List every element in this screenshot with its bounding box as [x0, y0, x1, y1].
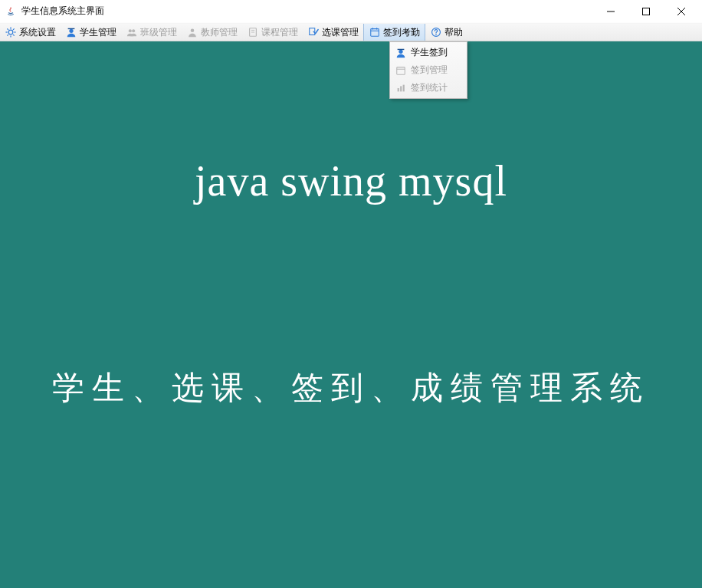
- gear-icon: [5, 26, 17, 38]
- svg-rect-1: [643, 8, 650, 15]
- svg-point-16: [132, 29, 135, 32]
- svg-point-15: [129, 29, 132, 32]
- window-titlebar: 学生信息系统主界面: [0, 0, 702, 23]
- student-icon: [395, 47, 407, 59]
- svg-rect-14: [68, 28, 75, 29]
- menu-system-settings[interactable]: 系统设置: [0, 24, 61, 41]
- chart-icon: [395, 82, 407, 94]
- java-app-icon: [5, 5, 17, 18]
- svg-point-27: [435, 34, 437, 35]
- dropdown-label: 学生签到: [411, 46, 448, 59]
- menu-student-manage[interactable]: 学生管理: [61, 24, 121, 41]
- teacher-icon: [186, 26, 198, 38]
- menu-label: 签到考勤: [383, 26, 420, 39]
- select-icon: [307, 26, 320, 38]
- svg-point-17: [191, 29, 195, 33]
- svg-line-9: [7, 28, 8, 30]
- people-icon: [126, 26, 138, 38]
- attendance-dropdown: 学生签到 签到管理 签到统计: [389, 41, 467, 99]
- menu-course-manage[interactable]: 课程管理: [242, 24, 303, 41]
- content-area: java swing mysql 学生、选课、签到、成绩管理系统: [0, 41, 702, 588]
- svg-point-4: [8, 30, 13, 34]
- menu-label: 教师管理: [201, 26, 238, 39]
- student-icon: [65, 26, 77, 38]
- main-toolbar: 系统设置 学生管理 班级管理 教师管理 课程管理 选课管理 签到考勤: [0, 23, 702, 41]
- svg-line-10: [13, 34, 15, 36]
- menu-label: 帮助: [444, 26, 463, 39]
- calendar-icon: [369, 26, 381, 38]
- menu-help[interactable]: 帮助: [425, 24, 467, 41]
- window-title: 学生信息系统主界面: [21, 5, 104, 18]
- headline-system: 学生、选课、签到、成绩管理系统: [52, 366, 650, 409]
- svg-rect-33: [400, 86, 402, 91]
- close-button[interactable]: [664, 0, 699, 23]
- menu-class-manage[interactable]: 班级管理: [121, 24, 182, 41]
- dropdown-signin-manage[interactable]: 签到管理: [392, 61, 465, 79]
- svg-rect-22: [371, 29, 379, 37]
- maximize-button[interactable]: [628, 0, 664, 23]
- svg-rect-34: [403, 84, 405, 91]
- svg-rect-30: [397, 67, 405, 74]
- dropdown-student-signin[interactable]: 学生签到: [392, 44, 465, 61]
- menu-label: 选课管理: [322, 26, 359, 39]
- help-icon: [430, 26, 442, 38]
- menu-attendance[interactable]: 签到考勤: [363, 24, 425, 41]
- dropdown-label: 签到管理: [411, 64, 448, 77]
- dropdown-label: 签到统计: [411, 81, 448, 94]
- book-icon: [247, 26, 259, 38]
- content-inner: java swing mysql 学生、选课、签到、成绩管理系统: [0, 41, 702, 588]
- menu-label: 班级管理: [140, 26, 177, 39]
- svg-point-13: [69, 29, 73, 33]
- svg-rect-29: [398, 48, 405, 49]
- menu-label: 课程管理: [261, 26, 298, 39]
- svg-line-11: [13, 28, 15, 30]
- menu-teacher-manage[interactable]: 教师管理: [182, 24, 242, 41]
- window-controls: [593, 0, 699, 22]
- minimize-button[interactable]: [593, 0, 628, 23]
- headline-tech: java swing mysql: [195, 156, 507, 205]
- svg-line-12: [7, 34, 8, 36]
- menu-course-select[interactable]: 选课管理: [303, 24, 363, 41]
- menu-label: 系统设置: [19, 26, 56, 39]
- svg-point-28: [399, 49, 402, 53]
- calendar-icon: [395, 64, 407, 77]
- dropdown-signin-stats[interactable]: 签到统计: [392, 79, 465, 97]
- menu-label: 学生管理: [80, 26, 116, 39]
- svg-rect-32: [398, 88, 399, 91]
